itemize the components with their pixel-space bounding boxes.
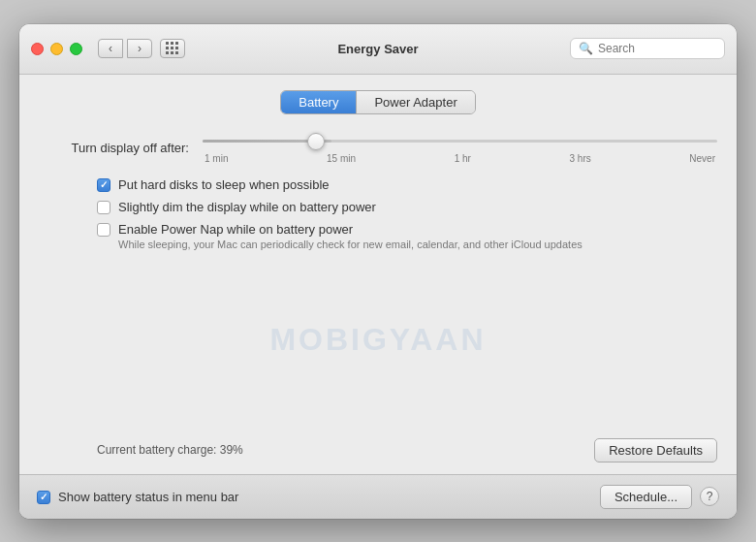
- checkboxes-section: Put hard disks to sleep when possible Sl…: [39, 177, 717, 250]
- tick-1min: 1 min: [205, 153, 228, 164]
- bottom-section: Current battery charge: 39% Restore Defa…: [39, 430, 717, 462]
- back-button[interactable]: ‹: [98, 39, 123, 58]
- footer: Show battery status in menu bar Schedule…: [19, 474, 737, 519]
- checkbox-power-nap[interactable]: [97, 223, 110, 237]
- search-icon: 🔍: [579, 42, 593, 55]
- restore-defaults-button[interactable]: Restore Defaults: [594, 438, 717, 462]
- battery-charge-label: Current battery charge: 39%: [39, 443, 243, 457]
- tick-15min: 15 min: [327, 153, 356, 164]
- tick-1hr: 1 hr: [455, 153, 471, 164]
- search-input[interactable]: [598, 42, 716, 55]
- content-area: Battery Power Adapter Turn display off a…: [19, 75, 737, 474]
- checkbox-dim-display[interactable]: [97, 201, 110, 214]
- checkbox-show-battery[interactable]: [37, 491, 50, 504]
- checkbox-row-hard-disks: Put hard disks to sleep when possible: [97, 177, 717, 192]
- checkbox-hard-disks[interactable]: [97, 178, 110, 192]
- checkbox-power-nap-label: Enable Power Nap while on battery power …: [118, 222, 583, 250]
- grid-icon: [166, 42, 179, 55]
- slider-ticks: 1 min 15 min 1 hr 3 hrs Never: [203, 153, 717, 164]
- schedule-button[interactable]: Schedule...: [600, 485, 692, 509]
- maximize-button[interactable]: [70, 43, 82, 55]
- checkbox-row-power-nap: Enable Power Nap while on battery power …: [97, 222, 717, 250]
- watermark-text: MOBIGYAAN: [269, 322, 486, 358]
- tab-power-adapter[interactable]: Power Adapter: [357, 91, 474, 113]
- close-button[interactable]: [31, 43, 44, 55]
- show-battery-label: Show battery status in menu bar: [58, 490, 238, 504]
- checkbox-power-nap-text: Enable Power Nap while on battery power: [118, 222, 583, 237]
- slider-section: Turn display off after: 1 min 15 min 1 h…: [39, 132, 717, 164]
- help-button[interactable]: ?: [700, 487, 719, 506]
- slider-line: [203, 140, 717, 143]
- watermark: MOBIGYAAN: [39, 250, 717, 430]
- search-box[interactable]: 🔍: [570, 38, 725, 59]
- slider-thumb[interactable]: [307, 133, 325, 150]
- forward-button[interactable]: ›: [127, 39, 152, 58]
- main-window: ‹ › Energy Saver 🔍 Battery Power Adapter: [19, 24, 737, 519]
- checkbox-power-nap-subtext: While sleeping, your Mac can periodicall…: [118, 239, 583, 250]
- slider-label: Turn display off after:: [39, 141, 189, 155]
- tick-3hrs: 3 hrs: [569, 153, 590, 164]
- titlebar: ‹ › Energy Saver 🔍: [19, 24, 737, 75]
- tick-never: Never: [689, 153, 715, 164]
- checkbox-dim-display-label: Slightly dim the display while on batter…: [118, 200, 376, 214]
- slider-track[interactable]: [203, 132, 717, 151]
- grid-button[interactable]: [160, 39, 185, 58]
- nav-buttons: ‹ ›: [98, 39, 152, 58]
- footer-buttons: Schedule... ?: [600, 485, 719, 509]
- checkbox-hard-disks-text: Put hard disks to sleep when possible: [118, 177, 330, 192]
- slider-container: 1 min 15 min 1 hr 3 hrs Never: [203, 132, 717, 164]
- traffic-lights: [31, 43, 82, 55]
- tab-group: Battery Power Adapter: [280, 90, 475, 114]
- checkbox-hard-disks-label: Put hard disks to sleep when possible: [118, 177, 330, 192]
- tabs-row: Battery Power Adapter: [39, 90, 717, 114]
- tab-battery[interactable]: Battery: [281, 91, 357, 113]
- window-title: Energy Saver: [337, 42, 418, 56]
- minimize-button[interactable]: [50, 43, 63, 55]
- checkbox-row-dim-display: Slightly dim the display while on batter…: [97, 200, 717, 214]
- checkbox-dim-display-text: Slightly dim the display while on batter…: [118, 200, 376, 214]
- footer-checkbox-row: Show battery status in menu bar: [37, 490, 590, 504]
